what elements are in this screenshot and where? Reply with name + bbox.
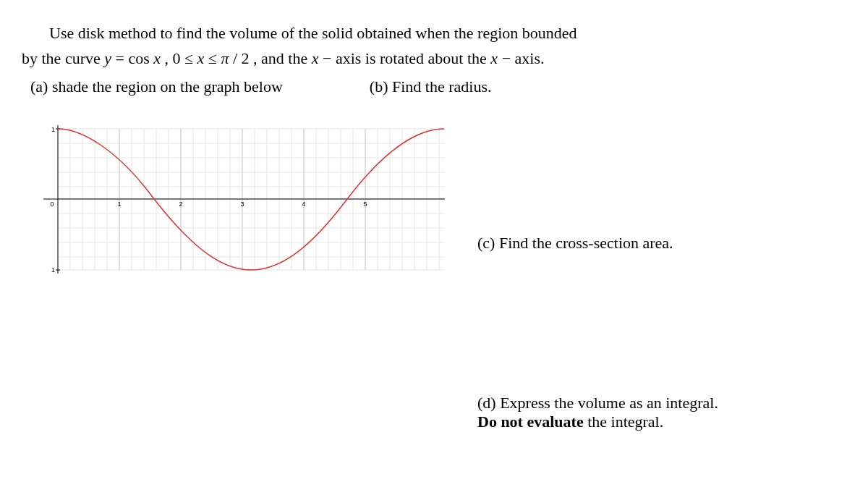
y-tick-neg1: 1 <box>51 266 55 274</box>
cosine-graph: 1 1 0 1 2 3 4 5 <box>36 122 448 277</box>
intro-prefix: by the curve <box>22 49 104 67</box>
right-column: (c) Find the cross-section area. (d) Exp… <box>477 114 854 431</box>
axis-text-2: − axis. <box>498 49 544 67</box>
part-b-label: (b) Find the radius. <box>370 74 492 99</box>
part-a-label: (a) shade the region on the graph below <box>30 74 283 99</box>
eq-y: y <box>104 49 111 67</box>
graph-container: 1 1 0 1 2 3 4 5 <box>36 122 448 277</box>
part-d: (d) Express the volume as an integral. D… <box>477 394 854 431</box>
problem-line-1: Use disk method to find the volume of th… <box>22 20 846 46</box>
eq-cos: = cos <box>111 49 153 67</box>
axis-x1: x <box>312 49 319 67</box>
problem-line-2: by the curve y = cos x , 0 ≤ x ≤ π / 2 ,… <box>22 46 846 71</box>
eq-over2: / 2 <box>229 49 249 67</box>
x-tick-0: 0 <box>50 200 54 208</box>
axis-x2: x <box>490 49 498 67</box>
eq-range-x: x <box>197 49 205 67</box>
part-d-line2: Do not evaluate the integral. <box>477 412 854 431</box>
eq-range-pre: , 0 ≤ <box>161 49 197 67</box>
eq-pi: π <box>221 49 229 67</box>
parts-ab-row: (a) shade the region on the graph below … <box>22 74 846 99</box>
intro-mid: , and the <box>250 49 312 67</box>
eq-x: x <box>153 49 161 67</box>
axis-text-1: − axis is rotated about the <box>319 49 491 67</box>
x-tick-2: 2 <box>179 200 182 208</box>
x-tick-1: 1 <box>117 200 121 208</box>
eq-leq: ≤ <box>204 49 221 67</box>
part-d-bold: Do not evaluate <box>477 412 584 431</box>
part-c-label: (c) Find the cross-section area. <box>477 234 854 253</box>
x-tick-3: 3 <box>240 200 244 208</box>
x-tick-5: 5 <box>363 200 367 208</box>
intro-text-1: Use disk method to find the volume of th… <box>49 24 577 42</box>
problem-statement: Use disk method to find the volume of th… <box>22 20 846 100</box>
part-d-suffix: the integral. <box>584 412 664 431</box>
x-tick-4: 4 <box>302 200 305 208</box>
y-tick-1: 1 <box>51 126 55 133</box>
part-d-line1: (d) Express the volume as an integral. <box>477 394 854 412</box>
